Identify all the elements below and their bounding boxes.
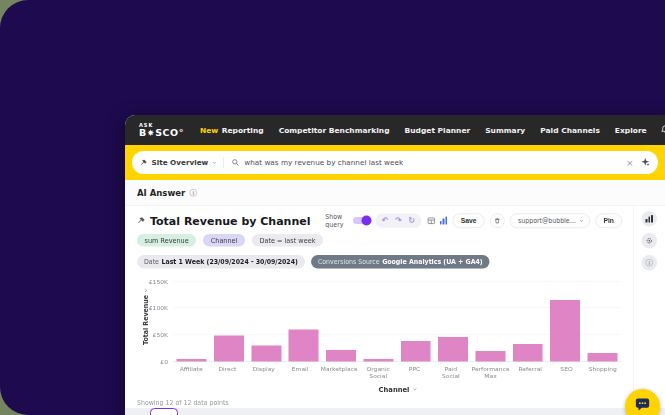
undo-icon[interactable]: ↶	[382, 217, 389, 225]
redo-icon[interactable]: ↷	[395, 217, 402, 225]
y-tick-label: £0	[160, 358, 168, 365]
query-input[interactable]: what was my revenue by channel last week	[231, 159, 626, 167]
bar-marketplace[interactable]	[326, 350, 356, 362]
x-tick-label-direct: Direct	[209, 365, 245, 379]
nav-menu: NewReportingCompetitor BenchmarkingBudge…	[200, 126, 647, 135]
bar-performance-max[interactable]	[475, 351, 505, 362]
nav-item-label: Budget Planner	[405, 126, 471, 135]
nav-item-paid-channels[interactable]: Paid Channels	[540, 126, 600, 135]
bar-slot-shopping	[584, 274, 621, 362]
bar-display[interactable]	[251, 346, 281, 362]
search-bar[interactable]: Site Overview what was my revenue by cha…	[132, 151, 658, 174]
logo-letters-sco: SCO°	[155, 128, 184, 138]
history-controls: ↶ ↷ ↻	[375, 213, 421, 228]
notifications-button[interactable]: 3	[660, 124, 665, 136]
chevron-down-icon	[580, 218, 584, 222]
filter-chips-row: DateLast 1 Week (23/09/2024 - 30/09/2024…	[137, 255, 626, 269]
x-tick-label-affiliate: Affiliate	[173, 365, 209, 379]
chart-area: Total Revenue £0£50K£100K£150K	[137, 274, 621, 362]
query-tag-date-last-week[interactable]: Date = last week	[252, 234, 323, 247]
screenshot-stage: ASK B SCO° NewReportingCompetitor Benchm…	[0, 0, 665, 415]
scope-selector[interactable]: Site Overview	[140, 159, 215, 167]
query-tags-row: sum RevenueChannelDate = last week	[137, 234, 626, 247]
nav-item-budget-planner[interactable]: Budget Planner	[405, 126, 471, 135]
bars-container	[173, 274, 621, 362]
nav-item-competitor-benchmarking[interactable]: Competitor Benchmarking	[279, 126, 390, 135]
x-tick-label-organic-social: Organic Social	[360, 365, 396, 379]
view-switch	[427, 216, 447, 225]
chevron-down-icon	[413, 387, 417, 391]
bar-email[interactable]	[289, 330, 319, 362]
refresh-icon[interactable]: ↻	[408, 217, 415, 225]
nav-item-reporting[interactable]: NewReporting	[200, 126, 264, 135]
nav-item-summary[interactable]: Summary	[485, 126, 525, 135]
nav-right-cluster: 3 S	[660, 123, 665, 137]
bar-ppc[interactable]	[401, 341, 431, 361]
bar-slot-marketplace	[322, 274, 359, 362]
settings-button[interactable]	[642, 233, 658, 249]
search-banner: Site Overview what was my revenue by cha…	[125, 145, 665, 180]
filter-chip-date[interactable]: DateLast 1 Week (23/09/2024 - 30/09/2024…	[137, 255, 305, 269]
app-window: ASK B SCO° NewReportingCompetitor Benchm…	[125, 115, 665, 415]
chart-type-button[interactable]	[642, 211, 658, 227]
query-text: what was my revenue by channel last week	[244, 159, 403, 167]
starburst-icon	[147, 129, 155, 137]
bar-seo[interactable]	[550, 300, 580, 361]
x-tick-label-paid-social: Paid Social	[433, 365, 469, 379]
panel-title: Total Revenue by Channel	[150, 214, 310, 227]
pin-button[interactable]: Pin	[595, 213, 622, 228]
bar-chart: Total Revenue £0£50K£100K£150K Affiliate…	[137, 274, 626, 394]
right-icon-rail: i	[633, 206, 665, 415]
chart-view-icon[interactable]	[440, 217, 447, 225]
account-dropdown[interactable]: support@bubbledesi...	[510, 213, 590, 228]
nav-item-label: Paid Channels	[540, 126, 600, 135]
bar-referral[interactable]	[513, 344, 543, 362]
chevron-down-icon	[213, 160, 217, 164]
pin-icon[interactable]	[137, 216, 146, 225]
panel-title-row: Total Revenue by Channel Show query ↶ ↷ …	[137, 213, 626, 228]
y-tick-label: £50K	[153, 331, 168, 338]
bar-direct[interactable]	[214, 335, 244, 361]
bar-organic-social[interactable]	[363, 359, 393, 362]
filter-chip-value: Google Analytics (UA + GA4)	[382, 258, 483, 266]
plot-area	[173, 274, 621, 362]
toggle-knob	[361, 216, 371, 226]
clear-search-icon[interactable]: ×	[626, 158, 634, 167]
bar-shopping[interactable]	[587, 353, 617, 362]
delete-button[interactable]	[490, 213, 505, 228]
bar-paid-social[interactable]	[438, 337, 468, 362]
info-button[interactable]: i	[642, 255, 658, 271]
bar-slot-email	[285, 274, 322, 362]
x-axis-title-text: Channel	[379, 385, 410, 393]
gear-icon	[646, 237, 654, 245]
bar-chart-icon	[646, 215, 653, 223]
save-button[interactable]: Save	[453, 213, 485, 228]
show-query-toggle[interactable]	[353, 217, 370, 224]
query-tag-channel[interactable]: Channel	[203, 234, 245, 247]
x-tick-label-performance-max: Performance Max	[469, 365, 512, 379]
filter-chip-label: Date	[144, 258, 159, 266]
x-axis-title[interactable]: Channel	[173, 385, 621, 393]
logo-letter-b: B	[139, 128, 147, 138]
logo-bosco-text: B SCO°	[139, 128, 184, 138]
bosco-logo[interactable]: ASK B SCO°	[139, 123, 184, 138]
filter-chip-value: Last 1 Week (23/09/2024 - 30/09/2024)	[161, 258, 297, 266]
nav-item-explore[interactable]: Explore	[615, 126, 647, 135]
y-axis-title[interactable]: Total Revenue	[137, 274, 147, 362]
bar-affiliate[interactable]	[177, 359, 207, 362]
table-view-icon[interactable]	[427, 216, 436, 225]
page-background: ASK B SCO° NewReportingCompetitor Benchm…	[0, 0, 665, 415]
search-divider	[223, 157, 224, 168]
filter-chip-label: Conversions Source	[318, 258, 380, 266]
filter-chip-conversions-source[interactable]: Conversions SourceGoogle Analytics (UA +…	[311, 255, 490, 269]
ai-sparkle-icon[interactable]	[641, 157, 651, 169]
bar-slot-direct	[210, 274, 247, 362]
x-tick-label-referral: Referral	[512, 365, 548, 379]
x-tick-label-email: Email	[282, 365, 318, 379]
query-tag-sum-revenue[interactable]: sum Revenue	[137, 234, 196, 247]
info-icon[interactable]: i	[190, 189, 198, 197]
ai-answer-label: AI Answer	[137, 188, 185, 198]
info-icon: i	[646, 259, 654, 267]
y-tick-label: £150K	[149, 278, 168, 285]
partially-visible-button[interactable]	[150, 408, 178, 415]
